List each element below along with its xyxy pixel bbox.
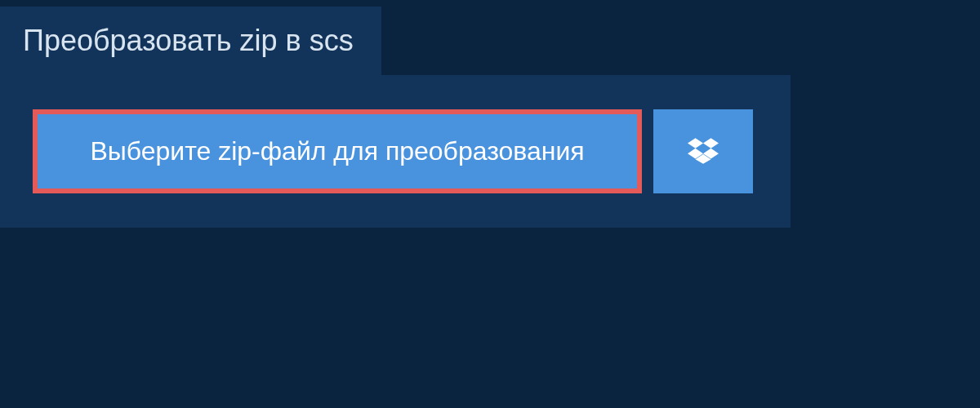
tab-convert[interactable]: Преобразовать zip в scs: [0, 7, 381, 75]
tab-label: Преобразовать zip в scs: [23, 24, 354, 57]
select-file-label: Выберите zip-файл для преобразования: [90, 137, 584, 166]
button-row: Выберите zip-файл для преобразования: [33, 109, 758, 193]
tab-bar: Преобразовать zip в scs: [0, 0, 980, 75]
upload-panel: Выберите zip-файл для преобразования: [0, 75, 791, 228]
select-file-button[interactable]: Выберите zip-файл для преобразования: [33, 109, 642, 193]
dropbox-icon: [688, 135, 719, 166]
dropbox-button[interactable]: [653, 109, 753, 193]
